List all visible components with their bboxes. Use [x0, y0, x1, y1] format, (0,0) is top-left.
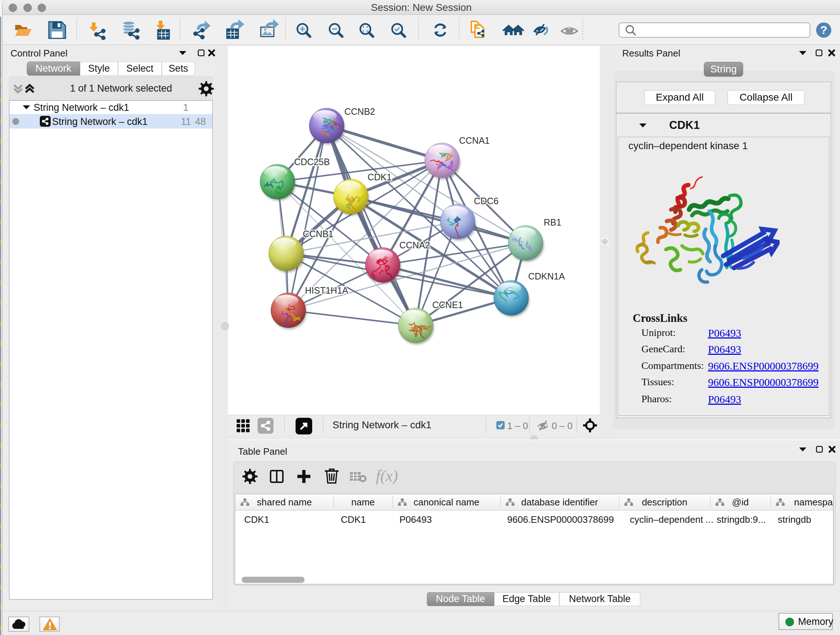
svg-text:CCNE1: CCNE1	[432, 300, 463, 310]
svg-text:CCNB2: CCNB2	[344, 106, 375, 117]
svg-text:CCNA1: CCNA1	[459, 135, 490, 146]
svg-text:CDKN1A: CDKN1A	[528, 271, 565, 281]
svg-text:f(x): f(x)	[376, 467, 398, 485]
svg-text:CDC6: CDC6	[474, 196, 499, 206]
svg-text:CDC25B: CDC25B	[294, 157, 330, 167]
svg-text:?: ?	[820, 24, 827, 36]
svg-text:RB1: RB1	[544, 217, 561, 227]
svg-text:CCNA2: CCNA2	[399, 240, 430, 250]
svg-text:CCNB1: CCNB1	[303, 229, 333, 239]
svg-text:CDK1: CDK1	[368, 172, 392, 182]
svg-text:HIST1H1A: HIST1H1A	[305, 285, 348, 295]
